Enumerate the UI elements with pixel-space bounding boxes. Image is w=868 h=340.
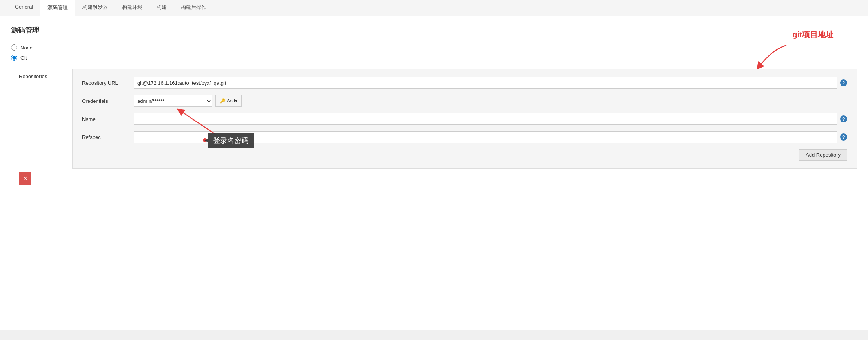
tab-general[interactable]: General [8, 0, 40, 16]
radio-git[interactable] [11, 55, 17, 61]
repo-url-help[interactable]: ? [840, 79, 847, 86]
credentials-label: Credentials [82, 98, 129, 104]
name-input[interactable] [134, 113, 837, 125]
page-content: 源码管理 None Git Repositories git项目地址 [0, 16, 868, 330]
radio-git-row: Git [11, 55, 857, 61]
add-repository-button[interactable]: Add Repository [799, 149, 847, 161]
add-repo-container: Add Repository [82, 149, 847, 161]
refspec-row: Refspec ? [82, 131, 847, 143]
radio-none-row: None [11, 44, 857, 51]
tab-env[interactable]: 构建环境 [115, 0, 150, 16]
refspec-help[interactable]: ? [840, 133, 847, 141]
radio-none-label: None [20, 45, 33, 51]
delete-button[interactable]: ✕ [19, 172, 31, 185]
tab-source[interactable]: 源码管理 [40, 0, 75, 16]
credentials-add-button[interactable]: 🔑 Add▾ [215, 95, 242, 107]
repo-url-label: Repository URL [82, 80, 129, 86]
tab-bar: General 源码管理 构建触发器 构建环境 构建 构建后操作 [0, 0, 868, 16]
tab-post[interactable]: 构建后操作 [174, 0, 213, 16]
bottom-section: ✕ [19, 172, 857, 185]
repo-url-row: Repository URL ? [82, 77, 847, 89]
scm-radio-group: None Git [11, 44, 857, 61]
repositories-label: Repositories [19, 69, 66, 169]
radio-git-label: Git [20, 55, 27, 61]
repositories-box: Repository URL ? Credentials admin/*****… [72, 69, 857, 169]
credentials-row-wrapper: Credentials admin/****** 🔑 Add▾ [82, 95, 847, 107]
tab-build[interactable]: 构建 [150, 0, 174, 16]
tab-trigger[interactable]: 构建触发器 [75, 0, 115, 16]
radio-none[interactable] [11, 44, 17, 51]
name-row: Name ? [82, 113, 847, 125]
name-label: Name [82, 116, 129, 122]
name-help[interactable]: ? [840, 115, 847, 122]
credentials-select[interactable]: admin/****** [134, 95, 212, 107]
page-title: 源码管理 [11, 26, 857, 35]
refspec-label: Refspec [82, 134, 129, 140]
repo-url-input[interactable] [134, 77, 837, 89]
login-tooltip: 登录名密码 [208, 133, 254, 148]
